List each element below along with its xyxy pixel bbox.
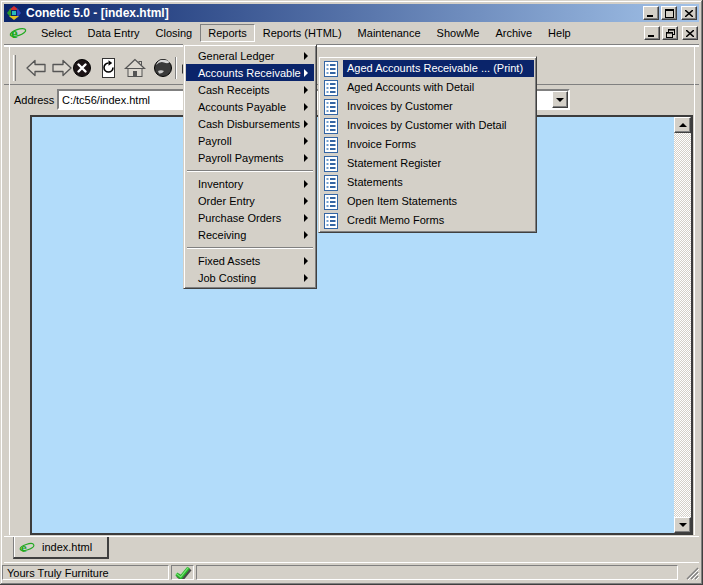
right-edge-highlight: [694, 46, 695, 535]
menu-help[interactable]: Help: [540, 24, 579, 42]
menu-maintenance[interactable]: Maintenance: [350, 24, 429, 42]
menu-item-inventory[interactable]: Inventory: [186, 175, 314, 192]
menu-item-purchase-orders[interactable]: Purchase Orders: [186, 209, 314, 226]
submenu-arrow-icon: [304, 52, 308, 60]
reports-dropdown-menu: General Ledger Accounts Receivable Cash …: [183, 44, 317, 289]
resize-grip[interactable]: [686, 567, 699, 580]
stop-button[interactable]: [70, 55, 94, 81]
vertical-scrollbar[interactable]: [674, 117, 691, 533]
submenu-arrow-icon: [304, 154, 308, 162]
browser-e-icon: e: [9, 25, 27, 41]
menu-reports[interactable]: Reports: [200, 24, 255, 42]
menu-reports-html[interactable]: Reports (HTML): [255, 24, 350, 42]
mdi-window-controls: [642, 26, 699, 40]
submenu-item-statements[interactable]: Statements: [321, 173, 534, 192]
submenu-item-invoices-by-customer[interactable]: Invoices by Customer: [321, 97, 534, 116]
arrow-up-icon: [679, 123, 687, 127]
submenu-arrow-icon: [304, 120, 308, 128]
menu-archive[interactable]: Archive: [487, 24, 540, 42]
menu-bar: e Select Data Entry Closing Reports Repo…: [4, 22, 699, 44]
svg-text:e: e: [21, 540, 27, 555]
address-label: Address: [14, 94, 54, 106]
report-list-icon: [323, 194, 339, 210]
status-message-panel: Yours Truly Furniture: [2, 565, 169, 580]
title-bar: Conetic 5.0 - [index.html]: [4, 4, 699, 22]
svg-text:e: e: [11, 25, 18, 41]
menu-item-cash-disbursements[interactable]: Cash Disbursements: [186, 115, 314, 132]
report-list-icon: [323, 175, 339, 191]
scroll-down-button[interactable]: [674, 517, 691, 533]
menu-closing[interactable]: Closing: [148, 24, 201, 42]
mdi-close-button[interactable]: [682, 26, 698, 40]
submenu-arrow-icon: [304, 180, 308, 188]
stop-icon: [71, 57, 93, 79]
menu-item-payroll[interactable]: Payroll: [186, 132, 314, 149]
statusbar-top-edge: [4, 562, 699, 563]
address-dropdown-button[interactable]: [552, 91, 568, 108]
left-edge-highlight: [9, 46, 10, 535]
menu-item-fixed-assets[interactable]: Fixed Assets: [186, 252, 314, 269]
submenu-arrow-icon: [304, 257, 308, 265]
back-button[interactable]: [24, 55, 48, 81]
green-check-icon: [173, 566, 192, 580]
arrow-down-icon: [679, 523, 687, 527]
submenu-item-invoice-forms[interactable]: Invoice Forms: [321, 135, 534, 154]
close-button[interactable]: [681, 6, 697, 20]
menu-item-cash-receipts[interactable]: Cash Receipts: [186, 81, 314, 98]
submenu-arrow-icon: [304, 86, 308, 94]
submenu-item-open-item-statements[interactable]: Open Item Statements: [321, 192, 534, 211]
status-secondary-panel: [196, 565, 678, 580]
menu-showme[interactable]: ShowMe: [429, 24, 488, 42]
menu-item-accounts-payable[interactable]: Accounts Payable: [186, 98, 314, 115]
report-list-icon: [323, 118, 339, 134]
refresh-button[interactable]: [96, 55, 120, 81]
menu-item-payroll-payments[interactable]: Payroll Payments: [186, 149, 314, 166]
submenu-item-aged-accounts-with-detail[interactable]: Aged Accounts with Detail: [321, 78, 534, 97]
menu-separator: [186, 166, 314, 175]
status-message: Yours Truly Furniture: [7, 567, 109, 579]
submenu-arrow-icon: [304, 214, 308, 222]
submenu-arrow-icon: [304, 103, 308, 111]
menu-separator: [186, 243, 314, 252]
report-list-icon: [323, 137, 339, 153]
tab-page-e-icon: e: [19, 540, 35, 555]
web-button[interactable]: [151, 55, 175, 81]
submenu-item-credit-memo-forms[interactable]: Credit Memo Forms: [321, 211, 534, 230]
menu-item-accounts-receivable[interactable]: Accounts Receivable: [186, 64, 314, 81]
report-list-icon: [323, 99, 339, 115]
toolbar-separator: [175, 57, 177, 79]
app-logo-icon: [6, 5, 22, 21]
menu-item-general-ledger[interactable]: General Ledger: [186, 47, 314, 64]
menu-data-entry[interactable]: Data Entry: [80, 24, 148, 42]
status-indicator-panel: [171, 565, 194, 580]
minimize-button[interactable]: [643, 6, 659, 20]
back-arrow-icon: [27, 61, 45, 76]
report-list-icon: [323, 80, 339, 96]
tab-index-html[interactable]: e index.html: [13, 537, 109, 559]
menu-item-job-costing[interactable]: Job Costing: [186, 269, 314, 286]
refresh-icon: [97, 57, 119, 79]
accounts-receivable-submenu: Aged Accounts Receivable ... (Print) Age…: [318, 56, 537, 233]
submenu-item-invoices-by-customer-with-detail[interactable]: Invoices by Customer with Detail: [321, 116, 534, 135]
submenu-item-aged-accounts-receivable-print[interactable]: Aged Accounts Receivable ... (Print): [321, 59, 534, 78]
menu-select[interactable]: Select: [33, 24, 80, 42]
report-list-icon: [323, 61, 339, 77]
forward-arrow-icon: [53, 61, 71, 76]
mdi-minimize-button[interactable]: [644, 26, 660, 40]
report-list-icon: [323, 156, 339, 172]
maximize-button[interactable]: [661, 6, 677, 20]
tab-label: index.html: [42, 541, 92, 553]
mdi-restore-button[interactable]: [662, 26, 678, 40]
submenu-arrow-icon: [304, 231, 308, 239]
menu-item-receiving[interactable]: Receiving: [186, 226, 314, 243]
scroll-up-button[interactable]: [674, 117, 691, 133]
menu-item-order-entry[interactable]: Order Entry: [186, 192, 314, 209]
toolbar-grip[interactable]: [13, 55, 16, 81]
home-button[interactable]: [123, 55, 147, 81]
window-title: Conetic 5.0 - [index.html]: [26, 6, 641, 20]
submenu-arrow-icon: [304, 137, 308, 145]
submenu-item-statement-register[interactable]: Statement Register: [321, 154, 534, 173]
chevron-down-icon: [556, 98, 564, 102]
report-list-icon: [323, 213, 339, 229]
submenu-arrow-icon: [304, 69, 308, 77]
